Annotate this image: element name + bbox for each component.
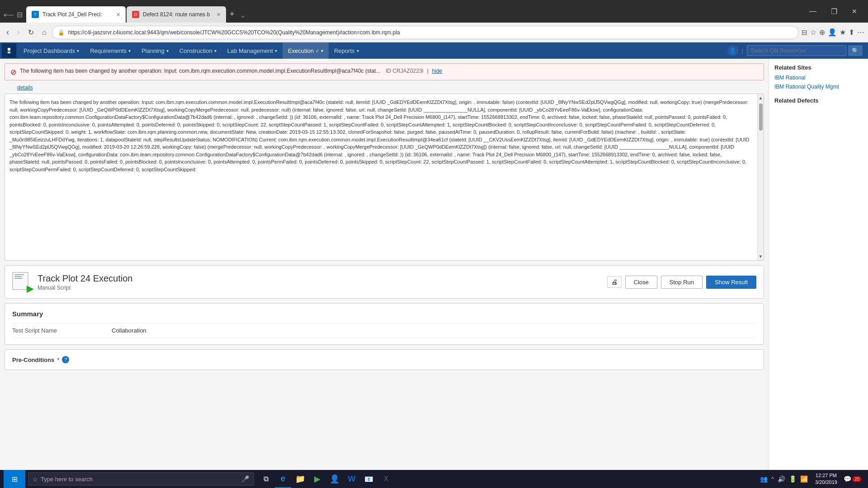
error-icon: ⊘	[10, 68, 16, 76]
tab-label-1: Track Plot 24_Dell Preci:	[42, 11, 113, 18]
log-panel: The following item has been changed by a…	[5, 94, 764, 261]
taskbar-app-outlook[interactable]: 📧	[361, 470, 377, 488]
nav-item-project-label: Project Dashboards	[24, 47, 75, 54]
reader-mode-button[interactable]: ⊟	[802, 28, 807, 37]
main-body: ⊘ The following item has been changed by…	[0, 59, 868, 488]
nav-item-planning[interactable]: Planning ▾	[136, 42, 174, 59]
chevron-construction-icon: ▾	[214, 48, 217, 53]
taskbar-app-edge[interactable]: e	[275, 470, 291, 488]
tab-inactive[interactable]: D Defect 8124: route names b ✕	[127, 6, 226, 23]
close-button[interactable]: Close	[625, 276, 657, 289]
back-button[interactable]: ‹	[4, 26, 12, 39]
taskbar: ⊞ ○ Type here to search 🎤 ⧉ e 📁 ▶ 👤 W 📧 …	[0, 470, 868, 488]
favorites-star-button[interactable]: ★	[840, 28, 846, 37]
home-button[interactable]: ⌂	[39, 27, 49, 38]
taskbar-app-taskview[interactable]: ⧉	[258, 470, 274, 488]
nav-item-requirements[interactable]: Requirements ▾	[85, 42, 136, 59]
tab-close-1[interactable]: ✕	[116, 12, 120, 18]
nav-reports-label: Reports	[334, 47, 355, 54]
forward-button[interactable]: ›	[14, 26, 23, 39]
more-tabs-button[interactable]: ⌵	[238, 12, 247, 19]
taskbar-app-explorer[interactable]: 📁	[292, 470, 308, 488]
nav-search-area: 👤 | 🔍	[727, 45, 863, 56]
execution-info: Track Plot 24 Execution Manual Script	[38, 273, 602, 291]
sidebar-link-ibm-rational-quality[interactable]: IBM Rational Quality Mgmt	[774, 84, 863, 90]
details-link[interactable]: details	[17, 84, 33, 91]
lock-icon: 🔒	[58, 29, 65, 36]
nav-item-execution[interactable]: Execution ✓ ▾	[283, 42, 329, 59]
minimize-button[interactable]: —	[802, 0, 824, 23]
error-banner: ⊘ The following item has been changed by…	[5, 63, 764, 80]
nav-lab-label: Lab Management	[227, 47, 273, 54]
sidebar-link-ibm-rational[interactable]: IBM Rational	[774, 75, 863, 81]
notification-button[interactable]: 💬 20	[841, 470, 864, 488]
nav-item-lab[interactable]: Lab Management ▾	[222, 42, 283, 59]
tab-active[interactable]: T Track Plot 24_Dell Preci: ✕	[26, 6, 126, 23]
share-button[interactable]: ⬆	[849, 28, 854, 37]
tray-volume-icon[interactable]: 🔊	[778, 475, 785, 483]
execution-panel: Track Plot 24 Execution Manual Script 🖨 …	[5, 265, 764, 299]
error-message: The following item has been changed by a…	[20, 68, 380, 74]
log-scrollbar[interactable]: ▲ ▼	[757, 94, 764, 260]
stop-run-button[interactable]: Stop Run	[661, 276, 703, 289]
nav-search-button[interactable]: 🔍	[848, 45, 863, 56]
preconditions-help-icon[interactable]: ?	[62, 356, 69, 363]
tab-close-2[interactable]: ✕	[217, 12, 221, 18]
search-circle-icon: ○	[33, 475, 37, 483]
mic-icon[interactable]: 🎤	[241, 475, 249, 483]
tab-favicon-1: T	[32, 11, 39, 18]
related-defects-section: Related Defects	[774, 97, 863, 104]
error-separator: |	[427, 67, 429, 74]
execution-check-icon: ✓	[316, 48, 319, 53]
related-defects-title: Related Defects	[774, 97, 863, 104]
taskbar-apps: ⧉ e 📁 ▶ 👤 W 📧 X	[258, 470, 394, 488]
scroll-thumb[interactable]	[759, 103, 763, 131]
content-area: ⊘ The following item has been changed by…	[0, 59, 769, 488]
chevron-planning-icon: ▾	[166, 48, 169, 53]
nav-item-project[interactable]: Project Dashboards ▾	[18, 42, 85, 59]
execution-title: Track Plot 24 Execution	[38, 273, 602, 284]
taskbar-search[interactable]: ○ Type here to search 🎤	[28, 472, 254, 486]
start-button[interactable]: ⊞	[4, 470, 25, 488]
app-nav-bar: Project Dashboards ▾ Requirements ▾ Plan…	[0, 42, 868, 59]
tray-battery-icon[interactable]: 🔋	[789, 475, 797, 483]
tray-network-icon[interactable]: 👥	[760, 475, 768, 483]
scroll-up-icon[interactable]: ▲	[757, 94, 764, 102]
hide-link[interactable]: hide	[432, 68, 443, 74]
chevron-lab-icon: ▾	[275, 48, 277, 53]
error-id: ID CRJAZ0223I	[386, 68, 424, 74]
preconditions-header: Pre-Conditions * ?	[12, 356, 756, 363]
error-content: The following item has been changed by a…	[20, 67, 758, 74]
profile-button[interactable]: 👤	[828, 28, 837, 37]
execution-play-icon	[27, 286, 34, 293]
browser-window: ⟵ ⊟ T Track Plot 24_Dell Preci: ✕ D Defe…	[0, 0, 868, 488]
print-button[interactable]: 🖨	[607, 276, 622, 288]
notification-count: 20	[852, 476, 862, 482]
address-text: https://c4i-jaszsrvr.c4iusmc.local:9443/…	[68, 29, 793, 36]
app-logo	[2, 43, 16, 58]
nav-user-icon: 👤	[727, 45, 738, 56]
nav-item-reports[interactable]: Reports ▾	[329, 42, 364, 59]
show-result-button[interactable]: Show Result	[706, 276, 756, 289]
settings-button[interactable]: ⋯	[857, 28, 864, 37]
new-tab-button[interactable]: +	[226, 9, 238, 19]
taskbar-clock[interactable]: 12:27 PM 3/20/2019	[811, 472, 841, 486]
favorites-button[interactable]: ☆	[810, 28, 816, 37]
address-bar-row: ‹ › ↻ ⌂ 🔒 https://c4i-jaszsrvr.c4iusmc.l…	[0, 23, 868, 42]
close-button[interactable]: ✕	[844, 0, 864, 23]
refresh-button[interactable]: ↻	[25, 26, 37, 38]
taskbar-app-arrow[interactable]: ▶	[309, 470, 326, 488]
execution-icon-container	[12, 272, 32, 292]
tray-chevron-icon[interactable]: ^	[771, 476, 774, 482]
taskbar-app-word[interactable]: W	[344, 470, 360, 488]
nav-item-construction[interactable]: Construction ▾	[174, 42, 222, 59]
address-bar[interactable]: 🔒 https://c4i-jaszsrvr.c4iusmc.local:944…	[52, 26, 799, 39]
collections-button[interactable]: ⊕	[819, 28, 825, 37]
taskbar-app-excel[interactable]: X	[378, 470, 394, 488]
restore-button[interactable]: ❐	[824, 0, 844, 23]
taskbar-app-user[interactable]: 👤	[326, 470, 343, 488]
nav-search-input[interactable]	[747, 45, 846, 56]
scroll-down-icon[interactable]: ▼	[757, 253, 764, 260]
execution-subtitle: Manual Script	[38, 285, 602, 291]
tray-network2-icon[interactable]: 📶	[800, 475, 808, 483]
